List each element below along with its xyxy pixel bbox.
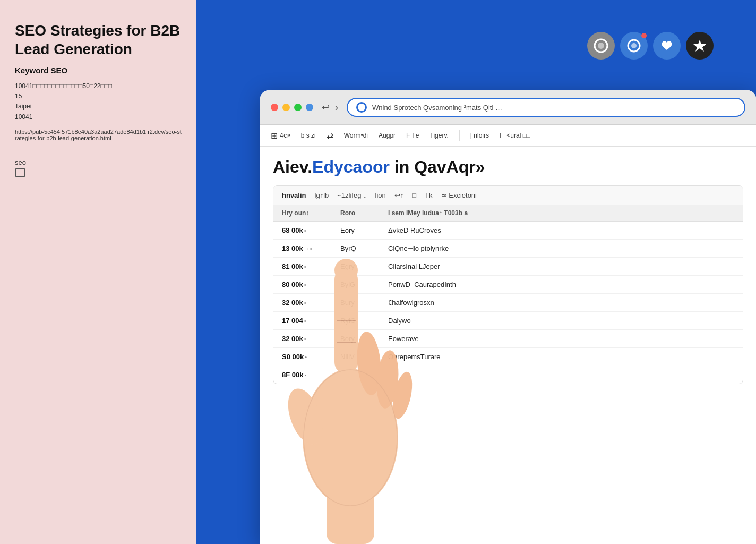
row-desc: €halfowigrosxn: [388, 299, 734, 307]
address-bar[interactable]: Wnind Sprotech Qvsamoning ²mats Qitl …: [347, 98, 745, 117]
row-desc: ClQne⊣lo ptolynrke: [388, 244, 734, 252]
tag-box-icon: [15, 168, 25, 177]
table-row: 68 00k• Eory ΔvkeD RuCroves: [273, 222, 743, 240]
row-code: Bury: [340, 299, 388, 307]
browser-window: ↩ › Wnind Sprotech Qvsamoning ²mats Qitl…: [260, 90, 756, 544]
row-desc: PonwD_CaurapedInth: [388, 280, 734, 288]
toolbar-label-6: F Tē: [406, 132, 419, 139]
toolbar-item-8[interactable]: | nloirs: [470, 132, 489, 139]
table-row: 17 004• RylG Dalywo: [273, 312, 743, 330]
browser-logo: [356, 102, 367, 113]
row-desc: CllarsInal LJeper: [388, 262, 734, 270]
maximize-button[interactable]: [294, 104, 302, 111]
table-toolbar-tk[interactable]: Tk: [425, 191, 432, 199]
table-row: 81 00k• Egry CllarsInal LJeper: [273, 258, 743, 276]
browser-nav: ↩ ›: [322, 101, 338, 113]
app-toolbar: ⊞ 4ᴄᴘ b s zi ⇄ Worm•di Augpr F Tē Tigerv…: [260, 125, 756, 147]
toolbar-item-4[interactable]: Worm•di: [344, 132, 368, 139]
sidebar-subtitle: Keyword SEO: [15, 66, 182, 75]
icon-circle-1: [587, 32, 615, 60]
toolbar-label-8: | nloirs: [470, 132, 489, 139]
row-code: Eory: [340, 226, 388, 234]
row-code: NillV: [340, 353, 388, 361]
nav-forward-icon[interactable]: ›: [335, 102, 338, 113]
col-header-vol: Hry oun↕: [282, 209, 340, 217]
table-row: 8F 00k•: [273, 366, 743, 384]
table-toolbar-lgtb[interactable]: lg↑lb: [315, 191, 329, 199]
app-heading: Aiev.Edycaoor in QavAqr»: [273, 157, 743, 177]
icon-wrap-4: [686, 32, 714, 60]
toolbar-item-9[interactable]: ⊢ <ural □□: [500, 132, 530, 139]
sidebar-meta: 10041□□□□□□□□□□□□□50□22□□□ 15 Taipei 100…: [15, 81, 182, 122]
row-desc: ΔvkeD RuCroves: [388, 226, 734, 234]
icon-wrap-2: [620, 32, 648, 60]
col-header-code: Roro: [340, 209, 388, 217]
row-vol: 68 00k•: [282, 226, 340, 234]
toolbar-label-2: b s zi: [301, 132, 316, 139]
table-toolbar-hnvalin[interactable]: hnvalin: [282, 191, 306, 199]
tag-seo: seo: [15, 158, 182, 166]
svg-point-1: [598, 42, 604, 49]
row-desc: Dalywo: [388, 317, 734, 325]
row-vol: 81 00k•: [282, 262, 340, 270]
meta-line3: Taipei: [15, 101, 182, 112]
meta-line4: 10041: [15, 112, 182, 122]
table-toolbar-sort[interactable]: ↩↑: [394, 191, 404, 199]
nav-back-icon[interactable]: ↩: [322, 101, 330, 113]
toolbar-item-3[interactable]: ⇄: [327, 131, 333, 141]
row-vol: 8F 00k•: [282, 371, 340, 379]
row-vol: 32 00k•: [282, 335, 340, 343]
toolbar-label-5: Augpr: [379, 132, 396, 139]
svg-point-3: [631, 43, 637, 48]
top-icons-area: [587, 32, 714, 60]
row-vol: 80 00k•: [282, 280, 340, 288]
row-vol: 17 004•: [282, 317, 340, 325]
table-row: 80 00k• BylG PonwD_CaurapedInth: [273, 276, 743, 294]
meta-line2: 15: [15, 91, 182, 101]
table-toolbar-excietion[interactable]: ≃ Excietoni: [441, 191, 477, 199]
address-bar-text: Wnind Sprotech Qvsamoning ²mats Qitl …: [372, 104, 736, 112]
toolbar-item-1[interactable]: ⊞ 4ᴄᴘ: [271, 131, 290, 141]
col-header-desc: I sem IMey iudua↑ T003b a: [388, 209, 734, 217]
row-vol: 13 00k→•: [282, 244, 340, 252]
table-row: S0 00k• NillV OhrepemsTurare: [273, 348, 743, 366]
toolbar-label-7: Tigerv.: [430, 132, 449, 139]
table-toolbar-filter[interactable]: ~1zlifeg ↓: [337, 191, 366, 199]
row-desc: Eowerave: [388, 335, 734, 343]
toolbar-item-5[interactable]: Augpr: [379, 132, 396, 139]
table-row: 32 00k• Bury €halfowigrosxn: [273, 294, 743, 312]
table-toolbar-box[interactable]: □: [412, 191, 416, 199]
icon-circle-4: [686, 32, 714, 60]
extra-button[interactable]: [306, 104, 313, 111]
row-code: Egry: [340, 262, 388, 270]
meta-line1: 10041□□□□□□□□□□□□□50□22□□□: [15, 81, 182, 91]
row-code: RylG: [340, 317, 388, 325]
svg-marker-4: [693, 40, 706, 52]
toolbar-item-7[interactable]: Tigerv.: [430, 132, 449, 139]
row-vol: 32 00k•: [282, 299, 340, 307]
icon-wrap-1: [587, 32, 615, 60]
row-code: BylG: [340, 280, 388, 288]
table-toolbar-lion[interactable]: lion: [375, 191, 386, 199]
table-row: 13 00k→• ByrQ ClQne⊣lo ptolynrke: [273, 240, 743, 258]
icon-wrap-3: [653, 32, 681, 60]
toolbar-separator: [459, 130, 460, 141]
sidebar-url: https://pub-5c454f571b8e40a3a2aad27ade84…: [15, 129, 182, 141]
heading-plain: Aiev.: [273, 157, 312, 176]
page-title: SEO Strategies for B2B Lead Generation: [15, 21, 182, 58]
table-header: Hry oun↕ Roro I sem IMey iudua↑ T003b a: [273, 205, 743, 222]
close-button[interactable]: [271, 104, 278, 111]
app-content: Aiev.Edycaoor in QavAqr» hnvalin lg↑lb ~…: [260, 147, 756, 395]
row-code: ByrQ: [340, 244, 388, 252]
sidebar: SEO Strategies for B2B Lead Generation K…: [0, 0, 196, 544]
heading-rest: in QavAqr»: [390, 157, 485, 176]
heading-blue: Edycaoor: [312, 157, 390, 176]
toolbar-label-1: 4ᴄᴘ: [280, 132, 290, 139]
icon-circle-3: [653, 32, 681, 60]
main-area: ↩ › Wnind Sprotech Qvsamoning ²mats Qitl…: [196, 0, 756, 544]
row-desc: OhrepemsTurare: [388, 353, 734, 361]
minimize-button[interactable]: [282, 104, 290, 111]
toolbar-item-2[interactable]: b s zi: [301, 132, 316, 139]
data-table: hnvalin lg↑lb ~1zlifeg ↓ lion ↩↑ □ Tk ≃ …: [273, 185, 743, 384]
toolbar-item-6[interactable]: F Tē: [406, 132, 419, 139]
